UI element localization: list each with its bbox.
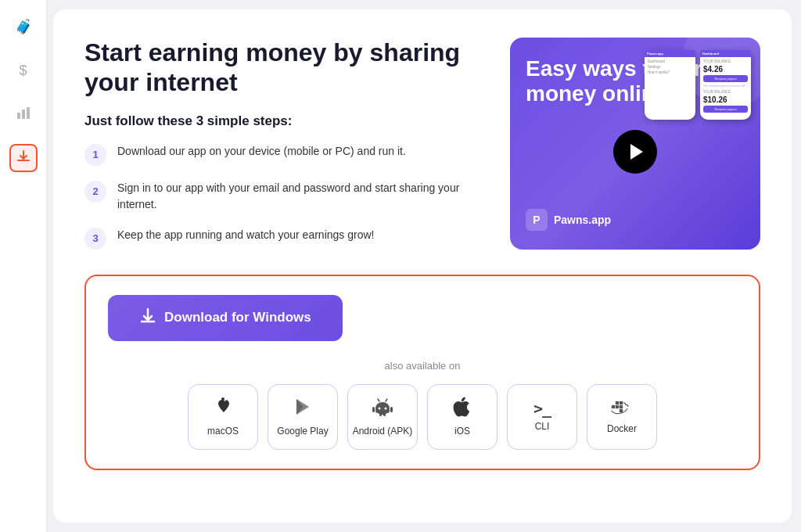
svg-rect-16 [620,409,623,412]
content-area: Start earning money by sharing your inte… [84,38,760,250]
docker-label: Docker [607,423,637,436]
platform-grid: macOS Google Play [108,384,737,450]
play-icon [630,144,643,160]
download-btn-icon [139,307,156,329]
step-text-1: Download our app on your device (mobile … [117,143,406,160]
svg-rect-10 [383,412,386,416]
step-text-2: Sign in to our app with your email and p… [117,180,485,213]
platform-ios[interactable]: iOS [427,384,497,450]
sidebar-icon-dollar[interactable]: $ [9,56,38,84]
sidebar-icon-briefcase[interactable]: 🧳 [9,13,38,41]
svg-rect-7 [372,407,375,412]
svg-rect-8 [390,407,393,412]
svg-rect-1 [22,110,25,119]
also-available-label: also available on [108,360,737,372]
steps-list: 1 Download our app on your device (mobil… [84,143,485,250]
left-section: Start earning money by sharing your inte… [84,38,485,250]
play-button[interactable] [613,130,657,174]
mockup-phone-1: Pawns.app Dashboard Settings How it work… [645,50,695,120]
download-nav-icon [16,149,31,167]
download-windows-button[interactable]: Download for Windows [108,295,343,341]
sidebar: 🧳 $ [0,0,47,532]
svg-point-6 [385,407,387,409]
step-number-1: 1 [84,144,106,166]
dollar-icon: $ [19,63,27,79]
svg-rect-4 [375,408,390,413]
svg-point-5 [379,407,381,409]
platform-macos[interactable]: macOS [188,384,258,450]
android-icon [372,396,393,421]
step-item-2: 2 Sign in to our app with your email and… [84,180,485,213]
ios-label: iOS [454,426,470,438]
platform-google-play[interactable]: Google Play [268,384,338,450]
promo-card: Easy ways to earn money online Pawns.app… [510,38,760,250]
platform-android[interactable]: Android (APK) [347,384,418,450]
step-item-1: 1 Download our app on your device (mobil… [84,143,485,166]
brand-logo: P [526,209,548,231]
briefcase-icon: 🧳 [15,18,32,35]
download-btn-label: Download for Windows [164,310,311,325]
svg-rect-12 [616,405,619,408]
steps-title: Just follow these 3 simple steps: [84,113,485,129]
google-play-label: Google Play [277,426,328,438]
balance-2: $10.26 [703,95,748,104]
step-item-3: 3 Keep the app running and watch your ea… [84,227,485,250]
macos-icon [212,395,234,421]
macos-label: macOS [207,426,239,438]
balance-1: $4.26 [703,65,748,74]
docker-icon [611,398,633,419]
svg-rect-9 [379,412,382,416]
svg-rect-13 [620,405,623,408]
svg-rect-0 [17,113,20,119]
android-label: Android (APK) [353,426,413,438]
platform-cli[interactable]: >_ CLI [507,384,577,450]
ios-icon [451,396,473,421]
platform-docker[interactable]: Docker [587,384,657,450]
download-section: Download for Windows also available on m… [84,275,760,470]
cli-icon: >_ [533,401,551,416]
svg-rect-11 [612,405,615,408]
page-title: Start earning money by sharing your inte… [84,38,485,98]
cli-label: CLI [535,421,550,433]
step-number-3: 3 [84,228,106,250]
main-content: Start earning money by sharing your inte… [53,9,792,523]
step-text-3: Keep the app running and watch your earn… [117,227,374,243]
sidebar-icon-download[interactable] [9,144,38,172]
google-play-icon [292,396,314,421]
sidebar-icon-chart[interactable] [9,100,38,128]
svg-rect-2 [27,107,30,119]
svg-rect-15 [620,401,623,404]
promo-brand: P Pawns.app [526,209,745,231]
mockup-phone-2: Dashboard YOUR BALANCE $4.26 Request pay… [700,50,751,120]
svg-rect-14 [616,401,619,404]
step-number-2: 2 [84,181,106,203]
chart-icon [16,106,31,124]
